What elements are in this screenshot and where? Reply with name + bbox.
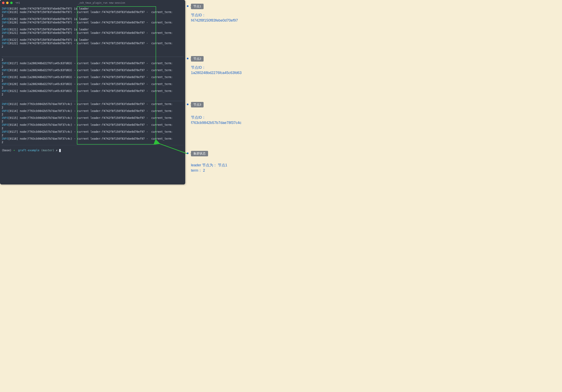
tab-indicator: ⌥⌘1 xyxy=(15,1,20,5)
window-title: _zsh_tmux_plugin_run new-session xyxy=(20,1,183,5)
tmux-pane-1[interactable]: INFO[0119] node(f4742f8f150f83febe0d70ef… xyxy=(2,7,184,56)
annotation-node-3: 节点3 节点ID： f763cb9842b57b7dae78f37c4c xyxy=(191,102,241,125)
minimize-icon[interactable] xyxy=(6,2,9,4)
annotation-id: f763cb9842b57b7dae78f37c4c xyxy=(191,120,241,125)
cluster-term-line: term： 2 xyxy=(191,168,227,173)
annotation-label: 节点ID： xyxy=(191,65,242,70)
annotation-node-2: 节点2 节点ID： 1a280248bd2276fca45c63fd63 xyxy=(191,56,242,75)
annotation-id: f4742f8f150f83febe0d70ef97 xyxy=(191,18,238,23)
annotation-panel: 节点1 节点ID： f4742f8f150f83febe0d70ef97 节点2… xyxy=(185,0,266,186)
bullet-icon xyxy=(187,58,188,59)
shell-prompt[interactable]: (base) ➜ graft-example (master) ✗ xyxy=(2,146,184,152)
prompt-repo: graft-example xyxy=(18,149,40,152)
annotation-tag: 节点3 xyxy=(191,102,204,107)
annotation-cluster-state: 集群状态 leader 节点为： 节点1 term： 2 xyxy=(191,151,227,173)
close-icon[interactable] xyxy=(2,2,4,4)
annotation-tag: 集群状态 xyxy=(191,151,208,156)
cursor-icon xyxy=(59,149,61,152)
maximize-icon[interactable] xyxy=(10,2,13,4)
annotation-label: 节点ID： xyxy=(191,115,241,120)
terminal-window: ⌥⌘1 _zsh_tmux_plugin_run new-session INF… xyxy=(0,0,185,184)
tmux-pane-2[interactable]: 2 INFO[0117] node(1a280248bd2276fca45c63… xyxy=(2,58,184,100)
bullet-icon xyxy=(187,5,188,7)
annotation-id: 1a280248bd2276fca45c63fd63 xyxy=(191,70,242,75)
tmux-pane-3[interactable]: INFO[0113] node(f763cb9842b57b7dae78f37c… xyxy=(2,102,184,144)
annotation-node-1: 节点1 节点ID： f4742f8f150f83febe0d70ef97 xyxy=(191,4,238,23)
prompt-env: (base) xyxy=(2,149,12,152)
titlebar: ⌥⌘1 _zsh_tmux_plugin_run new-session xyxy=(0,0,185,6)
cluster-leader-line: leader 节点为： 节点1 xyxy=(191,162,227,168)
prompt-arrow-icon: ➜ xyxy=(13,149,15,152)
prompt-branch: (master) xyxy=(41,149,55,152)
bullet-icon xyxy=(187,103,188,105)
git-dirty-icon: ✗ xyxy=(56,149,58,152)
annotation-label: 节点ID： xyxy=(191,12,238,18)
pane-divider xyxy=(2,57,184,57)
annotation-tag: 节点2 xyxy=(191,56,204,62)
traffic-lights[interactable] xyxy=(2,2,13,4)
annotation-tag: 节点1 xyxy=(191,4,204,9)
terminal-body[interactable]: INFO[0119] node(f4742f8f150f83febe0d70ef… xyxy=(0,6,185,154)
bullet-icon xyxy=(187,153,188,154)
